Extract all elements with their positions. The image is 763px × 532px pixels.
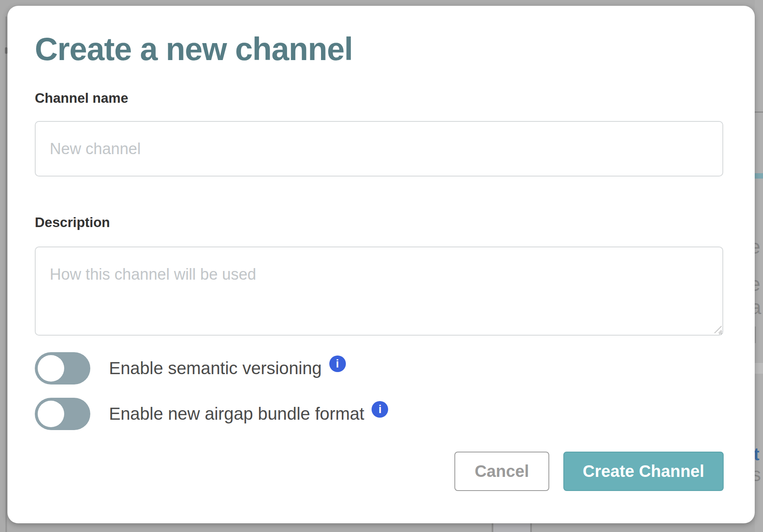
background-text-fragment: e bbox=[755, 237, 761, 257]
airgap-bundle-toggle[interactable] bbox=[35, 398, 90, 430]
channel-name-label: Channel name bbox=[35, 90, 128, 106]
info-icon-glyph: i bbox=[336, 358, 339, 370]
background-page-strip: e e a at s bbox=[755, 0, 763, 532]
modal-title: Create a new channel bbox=[35, 31, 353, 67]
info-icon-glyph: i bbox=[379, 404, 382, 415]
screen: e e a at s Create a new channel Channel … bbox=[0, 0, 763, 532]
info-icon[interactable]: i bbox=[329, 355, 346, 372]
background-page-edge bbox=[5, 17, 7, 532]
background-text-fragment: a bbox=[755, 297, 761, 317]
semantic-versioning-label: Enable semantic versioning bbox=[109, 360, 322, 377]
channel-name-input[interactable] bbox=[35, 121, 723, 177]
toggle-knob bbox=[38, 355, 64, 382]
create-channel-modal: Create a new channel Channel name Descri… bbox=[7, 6, 755, 523]
semantic-versioning-row: Enable semantic versioning i bbox=[35, 352, 346, 384]
background-page-fragment bbox=[492, 523, 532, 532]
toggle-knob bbox=[38, 401, 64, 427]
background-teal-fragment bbox=[755, 173, 763, 179]
background-text-fragment: e bbox=[755, 274, 761, 294]
info-icon[interactable]: i bbox=[372, 401, 388, 418]
airgap-bundle-row: Enable new airgap bundle format i bbox=[35, 398, 388, 430]
background-link-fragment: at bbox=[755, 446, 759, 463]
background-text-fragment: s bbox=[755, 465, 761, 484]
background-divider bbox=[755, 111, 763, 113]
cancel-button[interactable]: Cancel bbox=[454, 452, 549, 491]
background-page-fragment bbox=[755, 363, 763, 374]
airgap-bundle-label: Enable new airgap bundle format bbox=[109, 405, 364, 423]
create-channel-button[interactable]: Create Channel bbox=[563, 452, 724, 491]
semantic-versioning-toggle[interactable] bbox=[35, 352, 90, 384]
background-text-fragment bbox=[755, 326, 756, 343]
modal-footer: Cancel Create Channel bbox=[454, 452, 724, 491]
description-textarea[interactable] bbox=[35, 247, 723, 336]
description-label: Description bbox=[35, 214, 110, 231]
